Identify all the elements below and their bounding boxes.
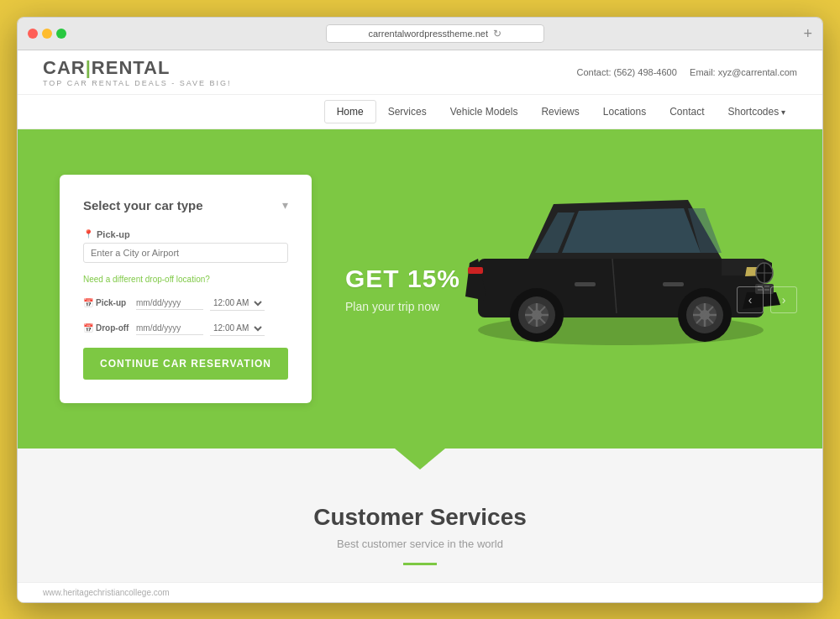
pickup-time-select[interactable]: 12:00 AM xyxy=(210,296,265,311)
svg-rect-25 xyxy=(575,282,596,286)
nav-locations[interactable]: Locations xyxy=(591,101,658,123)
card-arrow-icon: ▾ xyxy=(282,198,288,212)
hero-arrow-divider xyxy=(18,449,822,470)
browser-window: carrentalwordpresstheme.net ↻ + CAR|RENT… xyxy=(17,17,823,603)
car-svg xyxy=(444,129,797,347)
footer-bar: www.heritagechristiancollege.com xyxy=(18,582,822,602)
continue-reservation-button[interactable]: CONTINUE CAR RESERVATION xyxy=(83,348,288,380)
card-header: Select your car type ▾ xyxy=(83,198,288,212)
card-title: Select your car type xyxy=(83,198,203,212)
section-underline xyxy=(403,563,437,565)
services-subtitle: Best customer service in the world xyxy=(34,538,806,550)
footer-url: www.heritagechristiancollege.com xyxy=(43,588,170,597)
calendar-icon: 📅 xyxy=(83,298,93,307)
location-icon: 📍 xyxy=(83,229,93,239)
website-content: CAR|RENTAL TOP CAR RENTAL DEALS - SAVE B… xyxy=(18,50,822,602)
nav-services[interactable]: Services xyxy=(376,101,438,123)
minimize-button[interactable] xyxy=(42,29,52,39)
nav-bar: Home Services Vehicle Models Reviews Loc… xyxy=(18,95,822,129)
nav-home[interactable]: Home xyxy=(324,100,376,123)
carousel-controls: ‹ › xyxy=(737,286,797,313)
hero-section: Select your car type ▾ 📍 Pick-up Need a … xyxy=(18,129,822,449)
browser-chrome: carrentalwordpresstheme.net ↻ + xyxy=(18,18,822,50)
contact-phone: Contact: (562) 498-4600 xyxy=(577,67,677,77)
url-bar[interactable]: carrentalwordpresstheme.net ↻ xyxy=(326,24,544,43)
close-button[interactable] xyxy=(28,29,38,39)
pickup-label: 📍 Pick-up xyxy=(83,229,288,239)
nav-shortcodes[interactable]: Shortcodes xyxy=(717,101,797,123)
nav-vehicle-models[interactable]: Vehicle Models xyxy=(438,101,530,123)
nav-reviews[interactable]: Reviews xyxy=(529,101,591,123)
pickup-field-group: 📍 Pick-up xyxy=(83,229,288,263)
svg-rect-7 xyxy=(468,267,483,274)
dropoff-datetime-row: 📅 Drop-off 12:00 AM xyxy=(83,321,288,336)
logo-tagline: TOP CAR RENTAL DEALS - SAVE BIG! xyxy=(43,79,232,87)
pickup-datetime-row: 📅 Pick-up 12:00 AM xyxy=(83,296,288,311)
car-image xyxy=(444,129,797,347)
dropoff-time-select[interactable]: 12:00 AM xyxy=(210,321,265,336)
dropoff-datetime-label: 📅 Drop-off xyxy=(83,323,129,333)
url-text: carrentalwordpresstheme.net xyxy=(369,29,488,39)
carousel-next-button[interactable]: › xyxy=(770,286,797,313)
pickup-date-input[interactable] xyxy=(136,296,203,310)
logo-part1: CAR xyxy=(43,57,86,78)
reservation-card: Select your car type ▾ 📍 Pick-up Need a … xyxy=(60,175,312,403)
logo-pipe: | xyxy=(86,57,92,78)
new-tab-button[interactable]: + xyxy=(803,26,812,41)
refresh-icon[interactable]: ↻ xyxy=(493,28,501,39)
top-bar: CAR|RENTAL TOP CAR RENTAL DEALS - SAVE B… xyxy=(18,50,822,95)
url-bar-container: carrentalwordpresstheme.net ↻ xyxy=(73,24,796,43)
pickup-datetime-label: 📅 Pick-up xyxy=(83,298,129,307)
dropoff-date-input[interactable] xyxy=(136,322,203,335)
services-section: Customer Services Best customer service … xyxy=(18,470,822,582)
calendar2-icon: 📅 xyxy=(83,323,93,333)
different-dropoff-link[interactable]: Need a different drop-off location? xyxy=(83,275,288,284)
carousel-prev-button[interactable]: ‹ xyxy=(737,286,764,313)
svg-rect-26 xyxy=(663,282,684,286)
maximize-button[interactable] xyxy=(56,29,66,39)
traffic-lights xyxy=(28,29,66,39)
contact-email: Email: xyz@carrental.com xyxy=(690,67,797,77)
logo-area: CAR|RENTAL TOP CAR RENTAL DEALS - SAVE B… xyxy=(43,57,232,87)
logo: CAR|RENTAL xyxy=(43,57,232,79)
contact-info: Contact: (562) 498-4600 Email: xyz@carre… xyxy=(577,67,797,77)
pickup-input[interactable] xyxy=(83,243,288,263)
hero-content: GET 15% OFF YOUR RENTAL Plan your trip n… xyxy=(312,239,822,338)
hero-arrow-down xyxy=(395,449,445,469)
nav-contact[interactable]: Contact xyxy=(658,101,716,123)
logo-part2: RENTAL xyxy=(92,57,171,78)
services-title: Customer Services xyxy=(34,504,806,531)
